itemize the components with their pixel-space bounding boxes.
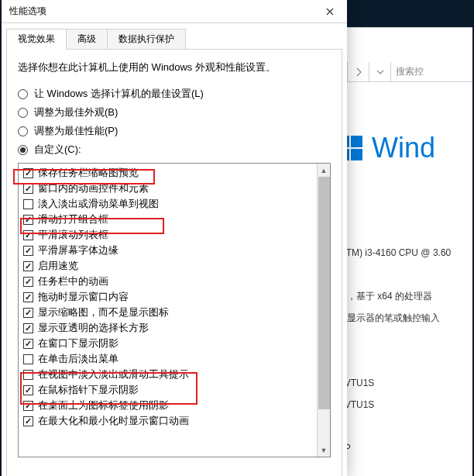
panel-description: 选择你想在此计算机上使用的 Windows 外观和性能设置。 — [18, 60, 331, 74]
scrollbar[interactable]: ▲ ▼ — [317, 164, 330, 457]
radio-group: 让 Windows 选择计算机的最佳设置(L)调整为最佳外观(B)调整为最佳性能… — [18, 87, 331, 157]
list-item[interactable]: 滑动打开组合框 — [19, 212, 330, 227]
system-info-line: UP — [338, 437, 472, 459]
forward-button[interactable] — [347, 62, 369, 81]
checkbox[interactable] — [23, 416, 33, 426]
list-item-label: 在最大化和最小化时显示窗口动画 — [38, 414, 189, 428]
list-item[interactable]: 在视图中淡入淡出或滑动工具提示 — [19, 367, 330, 382]
dialog-title: 性能选项 — [9, 5, 313, 18]
checkbox[interactable] — [23, 339, 33, 349]
system-info-line — [338, 329, 472, 350]
list-item-label: 窗口内的动画控件和元素 — [38, 181, 149, 195]
close-button[interactable] — [313, 0, 347, 23]
search-placeholder: 搜索控 — [396, 65, 424, 78]
scroll-up-button[interactable]: ▲ — [318, 164, 330, 177]
scroll-thumb[interactable] — [318, 177, 330, 409]
checkbox[interactable] — [23, 246, 33, 256]
down-button[interactable] — [369, 62, 390, 81]
radio-label: 让 Windows 选择计算机的最佳设置(L) — [34, 87, 204, 101]
list-item[interactable]: 在单击后淡出菜单 — [19, 351, 330, 367]
radio-label: 调整为最佳外观(B) — [34, 105, 118, 119]
background-toolbar: 搜索控 — [325, 62, 472, 82]
radio-option[interactable]: 让 Windows 选择计算机的最佳设置(L) — [18, 87, 331, 101]
checkbox[interactable] — [23, 168, 33, 178]
list-item-label: 显示缩略图，而不是显示图标 — [38, 305, 169, 319]
checkbox[interactable] — [23, 199, 33, 209]
list-item[interactable]: 在窗口下显示阴影 — [19, 336, 330, 351]
checkbox[interactable] — [23, 292, 33, 302]
radio-label: 调整为最佳性能(P) — [34, 124, 118, 138]
list-item-label: 在视图中淡入淡出或滑动工具提示 — [38, 367, 189, 381]
tab-2[interactable]: 数据执行保护 — [107, 29, 186, 50]
list-item-label: 启用速览 — [38, 259, 78, 273]
checkbox[interactable] — [23, 261, 33, 271]
radio-label: 自定义(C): — [34, 143, 81, 157]
visual-effects-panel: 选择你想在此计算机上使用的 Windows 外观和性能设置。 让 Windows… — [6, 49, 342, 476]
scroll-track[interactable] — [318, 177, 330, 443]
system-info-line — [338, 416, 472, 437]
tab-1[interactable]: 高级 — [66, 29, 108, 50]
list-item[interactable]: 在最大化和最小化时显示窗口动画 — [19, 413, 330, 429]
windows-brand-text: Wind — [372, 132, 435, 164]
list-item[interactable]: 窗口内的动画控件和元素 — [19, 181, 330, 196]
radio-indicator — [18, 126, 28, 136]
list-item[interactable]: 平滑屏幕字体边缘 — [19, 243, 330, 258]
performance-options-dialog: 性能选项 视觉效果高级数据执行保护 选择你想在此计算机上使用的 Windows … — [2, 0, 347, 476]
checkbox[interactable] — [23, 277, 33, 287]
list-item[interactable]: 保存任务栏缩略图预览 — [19, 165, 330, 181]
system-info-line: 统，基于 x64 的处理器 — [338, 285, 472, 307]
list-item[interactable]: 平滑滚动列表框 — [19, 227, 330, 243]
close-icon — [326, 8, 334, 16]
checkbox[interactable] — [23, 354, 33, 364]
radio-indicator — [18, 89, 28, 99]
system-info-line: e(TM) i3-4160 CPU @ 3.60 — [338, 242, 472, 264]
windows-logo: Wind — [338, 132, 472, 164]
checkbox[interactable] — [23, 401, 33, 411]
system-info-line — [338, 264, 472, 285]
system-info-line — [338, 350, 472, 372]
checkbox[interactable] — [23, 230, 33, 240]
list-item-label: 保存任务栏缩略图预览 — [38, 166, 139, 180]
radio-option[interactable]: 调整为最佳外观(B) — [18, 105, 331, 119]
list-item[interactable]: 任务栏中的动画 — [19, 274, 330, 289]
radio-option[interactable]: 调整为最佳性能(P) — [18, 124, 331, 138]
checkbox[interactable] — [23, 370, 33, 380]
list-item[interactable]: 拖动时显示窗口内容 — [19, 289, 330, 305]
checkbox[interactable] — [23, 215, 33, 225]
list-item[interactable]: 在桌面上为图标标签使用阴影 — [19, 398, 330, 413]
list-item-label: 滑动打开组合框 — [38, 212, 108, 226]
search-input[interactable]: 搜索控 — [390, 62, 472, 81]
radio-option[interactable]: 自定义(C): — [18, 143, 331, 157]
checkbox[interactable] — [23, 308, 33, 318]
dialog-titlebar: 性能选项 — [2, 0, 347, 23]
system-info-line: HVTU1S — [338, 372, 472, 394]
list-item[interactable]: 显示亚透明的选择长方形 — [19, 320, 330, 336]
scroll-down-button[interactable]: ▼ — [318, 443, 330, 457]
list-item-label: 在单击后淡出菜单 — [38, 352, 118, 366]
tab-strip: 视觉效果高级数据执行保护 — [2, 23, 347, 49]
list-item-label: 拖动时显示窗口内容 — [38, 290, 129, 304]
list-item-label: 平滑屏幕字体边缘 — [38, 243, 118, 257]
radio-indicator — [18, 145, 28, 155]
list-item-label: 任务栏中的动画 — [38, 274, 108, 288]
list-item[interactable]: 启用速览 — [19, 258, 330, 274]
list-item-label: 在窗口下显示阴影 — [38, 336, 118, 350]
list-item[interactable]: 淡入淡出或滑动菜单到视图 — [19, 196, 330, 212]
options-list-rows: 保存任务栏缩略图预览窗口内的动画控件和元素淡入淡出或滑动菜单到视图滑动打开组合框… — [19, 164, 330, 430]
list-item-label: 淡入淡出或滑动菜单到视图 — [38, 197, 159, 211]
options-list: 保存任务栏缩略图预览窗口内的动画控件和元素淡入淡出或滑动菜单到视图滑动打开组合框… — [18, 163, 331, 457]
checkbox[interactable] — [23, 385, 33, 395]
list-item-label: 显示亚透明的选择长方形 — [38, 321, 149, 335]
system-info-block: e(TM) i3-4160 CPU @ 3.60 统，基于 x64 的处理器比显… — [338, 242, 472, 459]
list-item[interactable]: 在鼠标指针下显示阴影 — [19, 382, 330, 398]
tab-0[interactable]: 视觉效果 — [6, 29, 67, 50]
background-content: Wind e(TM) i3-4160 CPU @ 3.60 统，基于 x64 的… — [338, 132, 472, 459]
list-item-label: 平滑滚动列表框 — [38, 228, 108, 242]
list-item-label: 在桌面上为图标标签使用阴影 — [38, 398, 169, 412]
checkbox[interactable] — [23, 323, 33, 333]
checkbox[interactable] — [23, 184, 33, 194]
list-item[interactable]: 显示缩略图，而不是显示图标 — [19, 305, 330, 320]
system-info-line: HVTU1S — [338, 394, 472, 416]
list-item-label: 在鼠标指针下显示阴影 — [38, 383, 139, 397]
system-info-line: 比显示器的笔或触控输入 — [338, 307, 472, 329]
